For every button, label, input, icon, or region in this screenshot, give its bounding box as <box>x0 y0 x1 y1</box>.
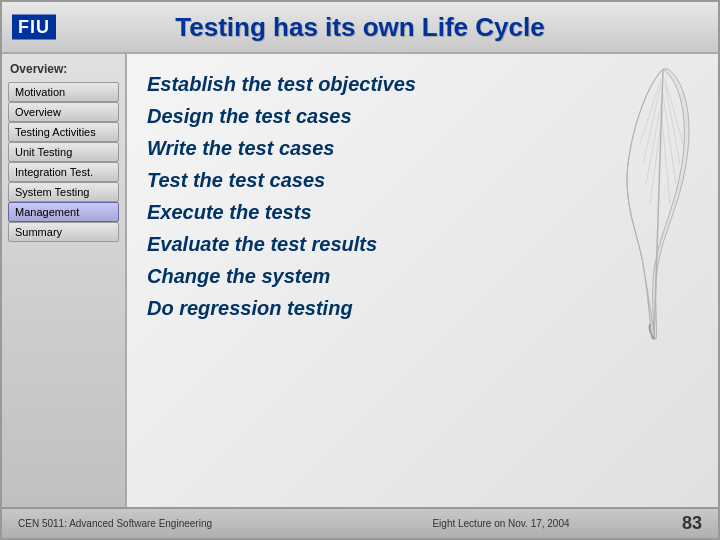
page-title: Testing has its own Life Cycle <box>175 12 544 43</box>
main-content: Establish the test objectivesDesign the … <box>127 54 718 507</box>
body: Overview: MotivationOverviewTesting Acti… <box>2 54 718 507</box>
content-item-6: Change the system <box>147 262 698 290</box>
sidebar-item-testing-activities[interactable]: Testing Activities <box>8 122 119 142</box>
footer-page: 83 <box>662 513 702 534</box>
content-item-7: Do regression testing <box>147 294 698 322</box>
footer-left: CEN 5011: Advanced Software Engineering <box>18 518 340 529</box>
page: FIU Testing has its own Life Cycle Overv… <box>0 0 720 540</box>
sidebar: Overview: MotivationOverviewTesting Acti… <box>2 54 127 507</box>
logo-text: FIU <box>18 17 50 37</box>
content-item-5: Evaluate the test results <box>147 230 698 258</box>
sidebar-item-overview[interactable]: Overview <box>8 102 119 122</box>
content-list: Establish the test objectivesDesign the … <box>147 70 698 497</box>
sidebar-item-motivation[interactable]: Motivation <box>8 82 119 102</box>
content-item-3: Test the test cases <box>147 166 698 194</box>
sidebar-item-integration-test[interactable]: Integration Test. <box>8 162 119 182</box>
content-item-1: Design the test cases <box>147 102 698 130</box>
sidebar-item-summary[interactable]: Summary <box>8 222 119 242</box>
footer: CEN 5011: Advanced Software Engineering … <box>2 507 718 538</box>
sidebar-item-management[interactable]: Management <box>8 202 119 222</box>
sidebar-item-system-testing[interactable]: System Testing <box>8 182 119 202</box>
header: FIU Testing has its own Life Cycle <box>2 2 718 54</box>
content-item-2: Write the test cases <box>147 134 698 162</box>
logo: FIU <box>12 15 56 40</box>
footer-right: Eight Lecture on Nov. 17, 2004 <box>340 518 662 529</box>
content-item-4: Execute the tests <box>147 198 698 226</box>
content-item-0: Establish the test objectives <box>147 70 698 98</box>
sidebar-overview-label: Overview: <box>8 62 119 76</box>
sidebar-item-unit-testing[interactable]: Unit Testing <box>8 142 119 162</box>
logo-box: FIU <box>12 15 56 40</box>
